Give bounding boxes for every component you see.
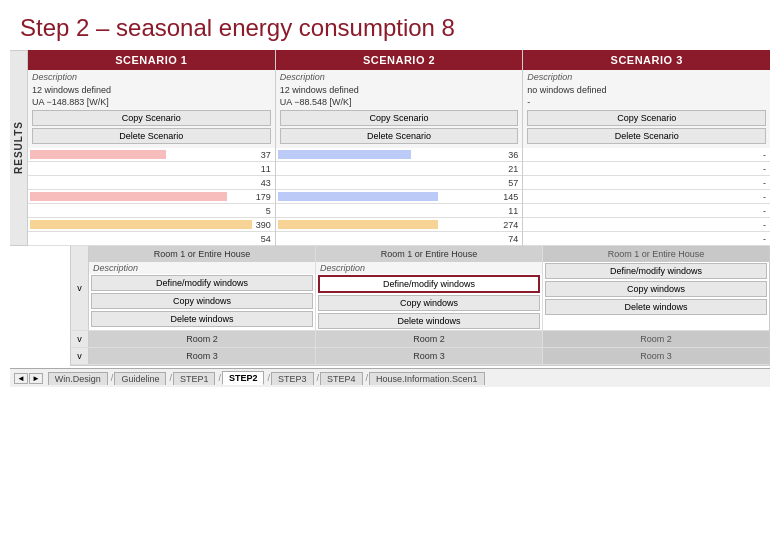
tab-nav-btn-1[interactable]: ◄ bbox=[14, 373, 28, 384]
room-name-3-2: Room 3 bbox=[316, 348, 542, 364]
result-row-1-5: 5 bbox=[28, 204, 275, 218]
result-row-3-2: - bbox=[523, 162, 770, 176]
results-section-1: 37 11 43 bbox=[28, 148, 275, 246]
scenario-desc-text-3: - bbox=[523, 96, 770, 108]
result-cell-3-6: - bbox=[523, 218, 770, 232]
delete-scenario-btn-1[interactable]: Delete Scenario bbox=[32, 128, 271, 144]
room-btn-1-3-3[interactable]: Delete windows bbox=[545, 299, 767, 315]
tab-item-5[interactable]: STEP3 bbox=[271, 372, 314, 385]
copy-scenario-btn-3[interactable]: Copy Scenario bbox=[527, 110, 766, 126]
room-name-2-1: Room 2 bbox=[89, 331, 315, 347]
scenario-desc-label-1: Description bbox=[28, 70, 275, 84]
scenario-header-3: SCENARIO 3 bbox=[523, 50, 770, 70]
delete-scenario-btn-3[interactable]: Delete Scenario bbox=[527, 128, 766, 144]
room-toggle-3[interactable]: v bbox=[71, 348, 89, 364]
scenario-btn-row-1: Copy Scenario Delete Scenario bbox=[28, 108, 275, 148]
tab-item-4[interactable]: STEP2 bbox=[222, 371, 265, 385]
tab-separator-6: / bbox=[366, 373, 369, 383]
room-toggle-2[interactable]: v bbox=[71, 331, 89, 347]
result-num-2-4: 145 bbox=[503, 192, 518, 202]
room-col-1-3: Room 1 or Entire HouseDefine/modify wind… bbox=[543, 246, 769, 330]
room-btn-1-2-1[interactable]: Define/modify windows bbox=[318, 275, 540, 293]
room-btn-1-3-2[interactable]: Copy windows bbox=[545, 281, 767, 297]
result-cell-3-7: - bbox=[523, 232, 770, 246]
results-label: RESULTS bbox=[10, 50, 28, 246]
room-col-3-3: Room 3 bbox=[543, 348, 769, 364]
tab-item-3[interactable]: STEP1 bbox=[173, 372, 216, 385]
room-col-2-1: Room 2 bbox=[89, 331, 316, 347]
result-num-2-2: 21 bbox=[508, 164, 518, 174]
tab-nav: ◄► bbox=[14, 373, 44, 384]
room-col-1-2: Room 1 or Entire HouseDescriptionDefine/… bbox=[316, 246, 543, 330]
scenario-col-2: SCENARIO 2 Description 12 windows define… bbox=[276, 50, 524, 246]
result-num-2-6: 274 bbox=[503, 220, 518, 230]
result-row-1-4: 179 bbox=[28, 190, 275, 204]
room-btn-1-3-1[interactable]: Define/modify windows bbox=[545, 263, 767, 279]
result-row-3-6: - bbox=[523, 218, 770, 232]
result-num-2-5: 11 bbox=[508, 206, 518, 216]
tab-bar: ◄►Win.Design/Guideline/STEP1/STEP2/STEP3… bbox=[10, 368, 770, 387]
copy-scenario-btn-2[interactable]: Copy Scenario bbox=[280, 110, 519, 126]
result-cell-1-5: 5 bbox=[28, 204, 275, 218]
results-section-3: - - - bbox=[523, 148, 770, 246]
result-bar-2-4 bbox=[278, 192, 438, 201]
result-row-2-6: 274 bbox=[276, 218, 523, 232]
result-num-1-1: 37 bbox=[261, 150, 271, 160]
room-btn-1-1-1[interactable]: Define/modify windows bbox=[91, 275, 313, 291]
tab-separator-1: / bbox=[111, 373, 114, 383]
copy-scenario-btn-1[interactable]: Copy Scenario bbox=[32, 110, 271, 126]
results-wrapper: RESULTS SCENARIO 1 Description 12 window… bbox=[10, 50, 770, 246]
delete-scenario-btn-2[interactable]: Delete Scenario bbox=[280, 128, 519, 144]
result-row-3-1: - bbox=[523, 148, 770, 162]
room-cols-1: Room 1 or Entire HouseDescriptionDefine/… bbox=[89, 246, 769, 330]
rooms-container: vRoom 1 or Entire HouseDescriptionDefine… bbox=[10, 246, 770, 366]
result-num-3-6: - bbox=[763, 220, 766, 230]
room-btn-1-2-3[interactable]: Delete windows bbox=[318, 313, 540, 329]
result-row-3-4: - bbox=[523, 190, 770, 204]
room-name-2-2: Room 2 bbox=[316, 331, 542, 347]
scenario-desc-label-2: Description bbox=[276, 70, 523, 84]
result-bar-1-1 bbox=[30, 150, 166, 159]
result-num-2-1: 36 bbox=[508, 150, 518, 160]
result-row-3-7: - bbox=[523, 232, 770, 246]
result-num-2-7: 74 bbox=[508, 234, 518, 244]
tab-separator-3: / bbox=[218, 373, 221, 383]
scenario-desc-text-2: 12 windows defined bbox=[276, 84, 523, 96]
result-cell-1-6: 390 bbox=[28, 218, 275, 232]
result-bar-2-6 bbox=[278, 220, 438, 229]
tab-item-6[interactable]: STEP4 bbox=[320, 372, 363, 385]
scenario-header-1: SCENARIO 1 bbox=[28, 50, 275, 70]
room-toggle-1[interactable]: v bbox=[71, 246, 89, 330]
tab-item-1[interactable]: Win.Design bbox=[48, 372, 108, 385]
scenario-desc-text-3: no windows defined bbox=[523, 84, 770, 96]
result-row-1-6: 390 bbox=[28, 218, 275, 232]
tab-nav-btn-2[interactable]: ► bbox=[29, 373, 43, 384]
room-btn-1-1-3[interactable]: Delete windows bbox=[91, 311, 313, 327]
result-cell-3-4: - bbox=[523, 190, 770, 204]
result-row-1-2: 11 bbox=[28, 162, 275, 176]
tab-item-2[interactable]: Guideline bbox=[114, 372, 166, 385]
tab-item-7[interactable]: House.Information.Scen1 bbox=[369, 372, 485, 385]
room-cols-2: Room 2Room 2Room 2 bbox=[89, 331, 769, 347]
scenario-col-3: SCENARIO 3 Description no windows define… bbox=[523, 50, 770, 246]
room-name-1-1: Room 1 or Entire House bbox=[89, 246, 315, 262]
result-num-3-3: - bbox=[763, 178, 766, 188]
room-col-2-2: Room 2 bbox=[316, 331, 543, 347]
scenario-col-1: SCENARIO 1 Description 12 windows define… bbox=[28, 50, 276, 246]
result-cell-2-1: 36 bbox=[276, 148, 523, 162]
result-bar-1-6 bbox=[30, 220, 252, 229]
result-cell-3-3: - bbox=[523, 176, 770, 190]
result-num-3-7: - bbox=[763, 234, 766, 244]
result-num-1-6: 390 bbox=[256, 220, 271, 230]
scenario-btn-row-3: Copy Scenario Delete Scenario bbox=[523, 108, 770, 148]
rooms-outer: vRoom 1 or Entire HouseDescriptionDefine… bbox=[70, 246, 770, 366]
result-cell-2-6: 274 bbox=[276, 218, 523, 232]
result-cell-2-5: 11 bbox=[276, 204, 523, 218]
scenario-btn-row-2: Copy Scenario Delete Scenario bbox=[276, 108, 523, 148]
scenario-desc-label-3: Description bbox=[523, 70, 770, 84]
room-btn-1-1-2[interactable]: Copy windows bbox=[91, 293, 313, 309]
results-section-2: 36 21 57 bbox=[276, 148, 523, 246]
result-row-2-7: 74 bbox=[276, 232, 523, 246]
result-cell-2-7: 74 bbox=[276, 232, 523, 246]
room-btn-1-2-2[interactable]: Copy windows bbox=[318, 295, 540, 311]
